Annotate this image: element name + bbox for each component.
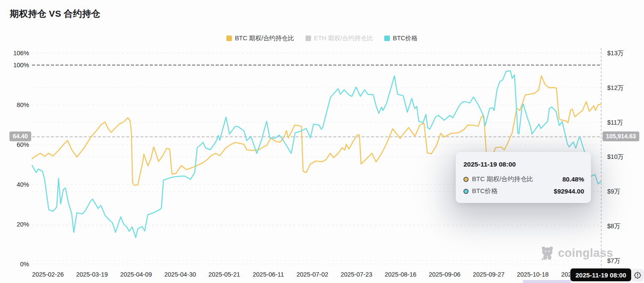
- x-axis-tick-label: 2025-07-23: [341, 271, 372, 278]
- x-axis-tick-label: 2025-02-26: [32, 271, 64, 278]
- tooltip-row-btc-price: BTC价格 $92944.00: [463, 187, 584, 195]
- watermark-text: coinglass: [558, 247, 613, 260]
- btc-price-marker-icon: [463, 189, 469, 194]
- tooltip-value: $92944.00: [554, 188, 584, 195]
- x-axis-tick-label: 2025-07-02: [297, 271, 328, 278]
- tooltip-date: 2025-11-19 08:00: [463, 161, 584, 168]
- price-ratio-chart[interactable]: 106%100%80%60%40%20%0%$13万$12万$11万$10万$9…: [0, 0, 644, 283]
- x-axis-tick-label: 2025-03-19: [76, 271, 108, 278]
- x-axis-tick-label: 2025-04-09: [120, 271, 152, 278]
- x-axis-cursor-label: 2025-11-19 08:00: [570, 268, 631, 281]
- x-axis-tick-label: 2025-09-06: [429, 271, 460, 278]
- left-axis-tick-label: 40%: [17, 181, 29, 188]
- x-axis-hover-strip: [523, 280, 571, 283]
- right-axis-tick-label: $9万: [607, 188, 620, 195]
- left-axis-tick-label: 0%: [20, 261, 29, 268]
- coinglass-watermark: coinglass: [540, 245, 613, 261]
- coinglass-bear-logo-icon: [540, 245, 555, 261]
- x-axis-tick-label: 2025-06-11: [252, 271, 284, 278]
- right-axis-tick-label: $10万: [607, 153, 624, 160]
- tooltip-label: BTC 期权/合约持仓比: [472, 175, 533, 183]
- x-axis-tick-label: 2025-09-27: [473, 271, 505, 278]
- left-axis-tick-label: 60%: [17, 141, 29, 148]
- alert-settings-button[interactable]: [631, 269, 644, 282]
- btc-ratio-marker-icon: [463, 177, 469, 182]
- tooltip-value: 80.48%: [562, 176, 584, 183]
- left-axis-tick-label: 106%: [13, 50, 29, 57]
- x-axis-tick-label: 2025-08-16: [385, 271, 416, 278]
- gear-exclamation-icon: [634, 271, 641, 280]
- tooltip-label: BTC价格: [472, 187, 498, 195]
- x-axis-tick-label: 2025-04-30: [164, 271, 196, 278]
- right-axis-tick-label: $12万: [607, 84, 624, 91]
- chart-tooltip: 2025-11-19 08:00 BTC 期权/合约持仓比 80.48% BTC…: [456, 152, 591, 203]
- right-axis-tick-label: $8万: [607, 223, 620, 229]
- left-axis-cursor-badge: 64.40: [9, 131, 31, 141]
- tooltip-row-btc-ratio: BTC 期权/合约持仓比 80.48%: [463, 175, 584, 183]
- left-axis-tick-label: 80%: [17, 101, 29, 108]
- right-axis-tick-label: $13万: [607, 50, 624, 57]
- x-axis-tick-label: 2025-05-21: [208, 271, 240, 278]
- right-axis-tick-label: $11万: [607, 119, 623, 126]
- left-axis-tick-label: 100%: [13, 62, 29, 69]
- x-axis-tick-label: 2025-10-18: [517, 271, 549, 278]
- right-axis-cursor-badge: 105,914.63: [602, 131, 639, 141]
- left-axis-tick-label: 20%: [17, 221, 29, 228]
